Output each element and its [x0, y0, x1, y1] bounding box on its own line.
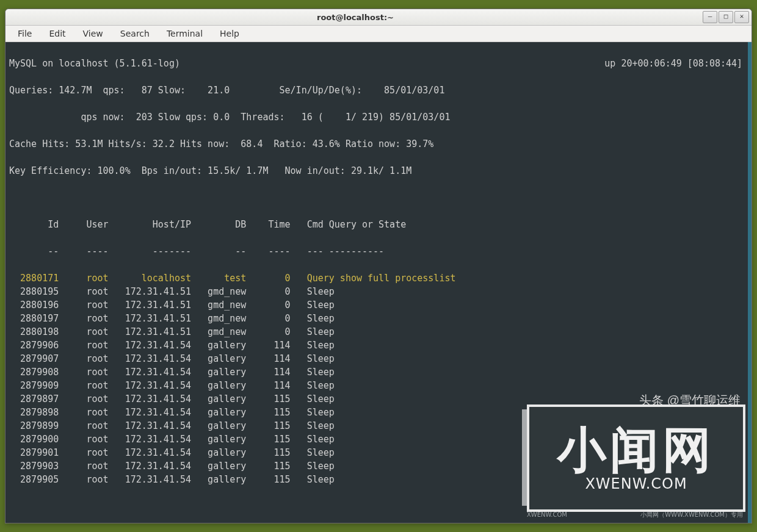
table-row: 2880198 root 172.31.41.51 gmd_new 0 Slee…: [9, 325, 749, 339]
menu-help[interactable]: Help: [211, 27, 248, 40]
blank-line: [9, 191, 749, 204]
column-headers: Id User Host/IP DB Time Cmd Query or Sta…: [9, 218, 749, 231]
watermark-url: XWENW.COM: [585, 477, 687, 491]
table-row: 2880171 root localhost test 0 Query show…: [9, 271, 749, 285]
stats-line-2: Queries: 142.7M qps: 87 Slow: 21.0 Se/In…: [9, 84, 749, 97]
table-row: 2879906 root 172.31.41.54 gallery 114 Sl…: [9, 339, 749, 352]
scrollbar[interactable]: [748, 42, 752, 523]
table-row: 2879897 root 172.31.41.54 gallery 115 Sl…: [9, 392, 749, 406]
watermark-box: 小闻网 XWENW.COM: [527, 404, 745, 512]
mysql-banner: MySQL on localhost (5.1.61-log): [9, 58, 180, 69]
watermark-logo: 小闻网: [557, 426, 715, 475]
footer-watermark-left: XWENW.COM: [527, 508, 567, 522]
table-row: 2880195 root 172.31.41.51 gmd_new 0 Slee…: [9, 285, 749, 298]
table-row: 2879909 root 172.31.41.54 gallery 114 Sl…: [9, 379, 749, 392]
window-title: root@localhost:~: [8, 13, 703, 22]
column-divider: -- ---- ------- -- ---- --- ----------: [9, 245, 749, 258]
menu-edit[interactable]: Edit: [40, 27, 74, 40]
menu-file[interactable]: File: [9, 27, 40, 40]
titlebar[interactable]: root@localhost:~ – □ ✕: [5, 9, 752, 26]
stats-line-4: Cache Hits: 53.1M Hits/s: 32.2 Hits now:…: [9, 137, 749, 151]
menu-search[interactable]: Search: [112, 27, 158, 40]
menu-terminal[interactable]: Terminal: [158, 27, 211, 40]
menu-view[interactable]: View: [74, 27, 112, 40]
table-row: 2879908 root 172.31.41.54 gallery 114 Sl…: [9, 365, 749, 379]
table-row: 2880196 root 172.31.41.51 gmd_new 0 Slee…: [9, 298, 749, 312]
close-button[interactable]: ✕: [734, 11, 749, 23]
minimize-button[interactable]: –: [703, 11, 717, 23]
table-row: 2880197 root 172.31.41.51 gmd_new 0 Slee…: [9, 312, 749, 325]
stats-line-5: Key Efficiency: 100.0% Bps in/out: 15.5k…: [9, 164, 749, 178]
uptime: up 20+00:06:49 [08:08:44]: [604, 58, 742, 69]
stats-line-3: qps now: 203 Slow qps: 0.0 Threads: 16 (…: [9, 110, 749, 124]
menubar: File Edit View Search Terminal Help: [5, 26, 752, 42]
stats-line-1: MySQL on localhost (5.1.61-log) up 20+00…: [9, 57, 749, 70]
footer-watermark-right: 小闻网（WWW.XWENW.COM）专用: [640, 508, 743, 522]
table-row: 2879907 root 172.31.41.54 gallery 114 Sl…: [9, 352, 749, 365]
terminal-output[interactable]: MySQL on localhost (5.1.61-log) up 20+00…: [5, 42, 752, 523]
maximize-button[interactable]: □: [719, 11, 733, 23]
terminal-window: root@localhost:~ – □ ✕ File Edit View Se…: [5, 9, 752, 523]
window-buttons: – □ ✕: [703, 11, 749, 23]
